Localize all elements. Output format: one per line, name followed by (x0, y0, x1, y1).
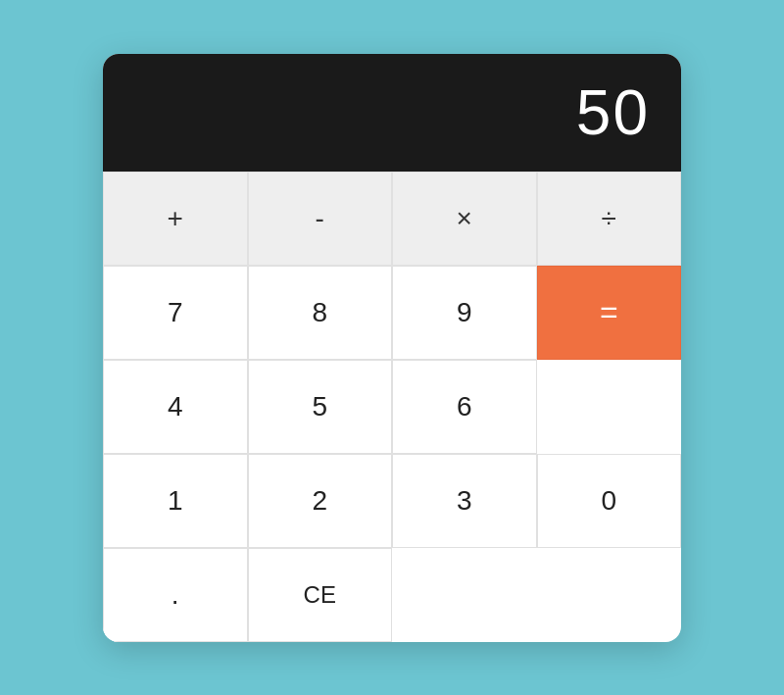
divide-button[interactable]: ÷ (537, 172, 682, 266)
minus-button[interactable]: - (248, 172, 393, 266)
four-button[interactable]: 4 (103, 360, 248, 454)
ce-button[interactable]: CE (248, 548, 393, 642)
dot-button[interactable]: . (103, 548, 248, 642)
six-button[interactable]: 6 (392, 360, 537, 454)
display-value: 50 (576, 76, 650, 149)
display: 50 (103, 54, 681, 172)
equals-button[interactable]: = (537, 266, 682, 360)
seven-button[interactable]: 7 (103, 266, 248, 360)
eight-button[interactable]: 8 (248, 266, 393, 360)
multiply-button[interactable]: × (392, 172, 537, 266)
zero-button[interactable]: 0 (537, 454, 682, 548)
nine-button[interactable]: 9 (392, 266, 537, 360)
two-button[interactable]: 2 (248, 454, 393, 548)
calculator: 50 + - × ÷ 7 8 9 = 4 5 6 1 2 3 0 . CE (103, 54, 681, 642)
three-button[interactable]: 3 (392, 454, 537, 548)
plus-button[interactable]: + (103, 172, 248, 266)
five-button[interactable]: 5 (248, 360, 393, 454)
button-grid: + - × ÷ 7 8 9 = 4 5 6 1 2 3 0 . CE (103, 172, 681, 642)
one-button[interactable]: 1 (103, 454, 248, 548)
